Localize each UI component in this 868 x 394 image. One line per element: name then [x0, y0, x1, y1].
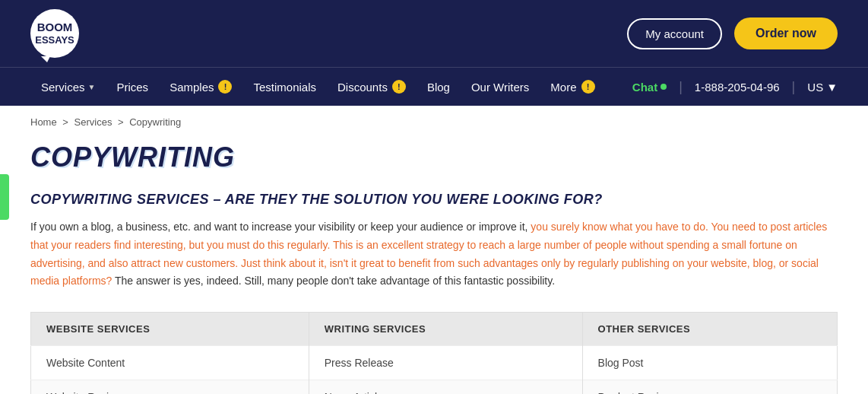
logo-area[interactable]: BOOM ESSAYS: [30, 9, 79, 58]
intro-text-normal-2: The answer is yes, indeed. Still, many p…: [112, 275, 555, 287]
main-content: COPYWRITING COPYWRITING SERVICES – ARE T…: [0, 134, 868, 394]
cell-website-review[interactable]: Website Review: [31, 380, 309, 394]
breadcrumb-home[interactable]: Home: [30, 116, 57, 128]
discounts-icon: [392, 80, 406, 94]
cell-news-article[interactable]: News Article: [309, 380, 582, 394]
site-header: BOOM ESSAYS My account Order now: [0, 0, 868, 67]
header-right: My account Order now: [627, 17, 838, 49]
services-table: WEBSITE SERVICES WRITING SERVICES OTHER …: [30, 312, 838, 394]
order-now-button[interactable]: Order now: [734, 17, 838, 49]
col-writing-services: WRITING SERVICES: [309, 313, 582, 346]
nav-items: Services ▼ Prices Samples Testimonials D…: [30, 68, 606, 106]
table-row: Website Review News Article Product Revi…: [31, 380, 838, 394]
table-row: Website Content Press Release Blog Post: [31, 346, 838, 380]
divider-2: |: [792, 79, 796, 95]
nav-testimonials[interactable]: Testimonials: [242, 68, 327, 106]
page-title: COPYWRITING: [30, 141, 838, 173]
chat-button[interactable]: Chat: [632, 81, 667, 94]
cell-press-release[interactable]: Press Release: [309, 346, 582, 380]
more-icon: [581, 80, 595, 94]
nav-right: Chat | 1-888-205-04-96 | US ▼: [632, 79, 838, 95]
cell-blog-post[interactable]: Blog Post: [582, 346, 837, 380]
phone-number[interactable]: 1-888-205-04-96: [695, 81, 780, 94]
nav-services[interactable]: Services ▼: [30, 68, 106, 106]
services-arrow: ▼: [88, 83, 96, 91]
main-nav: Services ▼ Prices Samples Testimonials D…: [0, 67, 868, 106]
breadcrumb-services[interactable]: Services: [74, 116, 112, 128]
intro-text-normal-1: If you own a blog, a business, etc. and …: [30, 221, 531, 233]
col-other-services: OTHER SERVICES: [582, 313, 837, 346]
nav-blog[interactable]: Blog: [417, 68, 461, 106]
cell-website-content[interactable]: Website Content: [31, 346, 309, 380]
breadcrumb-current: Copywriting: [129, 116, 181, 128]
breadcrumb-sep-2: >: [118, 116, 124, 128]
divider-1: |: [679, 79, 683, 95]
lang-chevron-icon: ▼: [826, 81, 838, 94]
chat-dot: [661, 84, 667, 90]
breadcrumb-sep-1: >: [62, 116, 68, 128]
nav-samples[interactable]: Samples: [159, 68, 242, 106]
table-header-row: WEBSITE SERVICES WRITING SERVICES OTHER …: [31, 313, 838, 346]
my-account-button[interactable]: My account: [627, 18, 722, 49]
intro-paragraph: If you own a blog, a business, etc. and …: [30, 218, 838, 291]
language-selector[interactable]: US ▼: [807, 81, 838, 94]
logo-tail: [41, 56, 50, 62]
col-website-services: WEBSITE SERVICES: [31, 313, 309, 346]
logo[interactable]: BOOM ESSAYS: [30, 9, 79, 58]
cell-product-review[interactable]: Product Review: [582, 380, 837, 394]
breadcrumb: Home > Services > Copywriting: [0, 106, 868, 134]
nav-our-writers[interactable]: Our Writers: [461, 68, 540, 106]
samples-icon: [218, 80, 232, 94]
nav-more[interactable]: More: [540, 68, 605, 106]
nav-discounts[interactable]: Discounts: [327, 68, 417, 106]
nav-prices[interactable]: Prices: [106, 68, 159, 106]
left-tab-decoration: [0, 174, 9, 220]
section-heading: COPYWRITING SERVICES – ARE THEY THE SOLU…: [30, 192, 838, 208]
